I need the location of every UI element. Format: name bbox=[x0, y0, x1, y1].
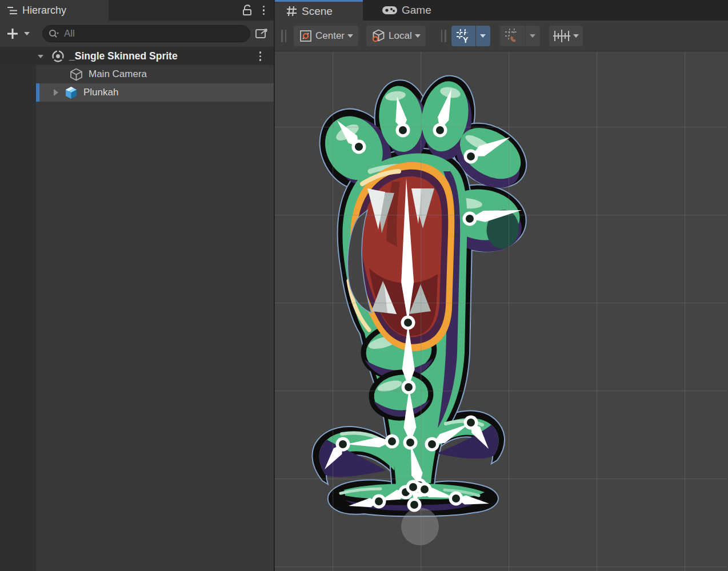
local-cube-icon bbox=[371, 29, 386, 43]
pivot-center-icon bbox=[299, 29, 313, 43]
bone-joint[interactable] bbox=[385, 435, 399, 449]
hierarchy-tabstrip: Hierarchy bbox=[0, 0, 274, 21]
bone-joint[interactable] bbox=[396, 123, 410, 138]
tab-hierarchy[interactable]: Hierarchy bbox=[0, 0, 109, 21]
search-icon bbox=[49, 29, 59, 39]
bone-joint[interactable] bbox=[425, 437, 439, 452]
bone-joint[interactable] bbox=[352, 140, 366, 154]
hierarchy-tab-label: Hierarchy bbox=[22, 5, 66, 17]
pivot-mode-label: Center bbox=[315, 30, 345, 42]
orientation-button[interactable]: Local bbox=[366, 26, 426, 46]
scene-view-panel: Scene Game Center bbox=[275, 0, 728, 571]
create-dropdown-caret[interactable] bbox=[24, 32, 30, 35]
toolbar-drag-handle-2[interactable] bbox=[441, 30, 446, 42]
scene-viewport[interactable] bbox=[275, 51, 728, 571]
bone-joint[interactable] bbox=[449, 492, 463, 506]
grid-snapping-dropdown[interactable] bbox=[525, 26, 540, 46]
scene-render bbox=[275, 51, 727, 571]
snap-increment-button[interactable] bbox=[549, 26, 583, 46]
unity-scene-icon bbox=[51, 50, 65, 63]
gameobject-name-label: Main Camera bbox=[89, 69, 147, 80]
hierarchy-menu-kebab-icon[interactable] bbox=[263, 6, 265, 15]
bone-joint[interactable] bbox=[336, 437, 350, 452]
grid-visibility-toggle[interactable]: Y bbox=[451, 26, 475, 46]
pick-object-icon[interactable] bbox=[254, 27, 269, 41]
scene-name-label: _Single Skinned Sprite bbox=[69, 50, 178, 62]
foldout-collapsed-icon[interactable] bbox=[54, 89, 58, 96]
gameobject-cube-icon bbox=[69, 67, 83, 82]
game-tab-label: Game bbox=[402, 4, 431, 17]
hierarchy-list-icon bbox=[7, 6, 17, 15]
hierarchy-panel: Hierarchy bbox=[0, 0, 275, 571]
prefab-icon bbox=[64, 86, 78, 100]
scene-tabstrip: Scene Game bbox=[275, 0, 728, 21]
tab-scene[interactable]: Scene bbox=[275, 0, 363, 21]
tab-game[interactable]: Game bbox=[371, 0, 442, 21]
hierarchy-toolbar: All bbox=[0, 21, 274, 47]
bone-joint[interactable] bbox=[418, 482, 432, 497]
scene-toolbar: Center Local bbox=[275, 21, 728, 51]
scene-tab-label: Scene bbox=[302, 5, 333, 18]
bone-joint[interactable] bbox=[433, 123, 447, 138]
scene-grid-icon bbox=[286, 6, 297, 17]
pivot-disc-gizmo[interactable] bbox=[401, 508, 439, 545]
grid-snapping-toggle[interactable] bbox=[500, 26, 525, 46]
snap-increment-ruler-icon bbox=[553, 29, 570, 43]
gamepad-icon bbox=[382, 6, 397, 15]
bone-joint[interactable] bbox=[463, 212, 477, 226]
grid-visibility-group: Y bbox=[451, 26, 490, 46]
foldout-expanded-icon[interactable] bbox=[38, 55, 43, 58]
bone-joint[interactable] bbox=[464, 416, 478, 430]
search-input[interactable]: All bbox=[42, 25, 250, 42]
svg-text:Y: Y bbox=[463, 35, 469, 43]
hierarchy-item-scene-header[interactable]: _Single Skinned Sprite bbox=[0, 47, 274, 65]
bone-joint[interactable] bbox=[403, 436, 418, 450]
pivot-dropdown-caret bbox=[347, 34, 353, 38]
bone-joint[interactable] bbox=[372, 494, 386, 509]
hierarchy-rows: _Single Skinned Sprite Main Camera bbox=[0, 47, 274, 571]
orientation-dropdown-caret bbox=[415, 34, 421, 38]
snap-magnet-icon bbox=[505, 28, 521, 44]
grid-visibility-dropdown[interactable] bbox=[475, 26, 490, 46]
bone-joint[interactable] bbox=[401, 316, 415, 330]
bone-joint[interactable] bbox=[402, 380, 416, 395]
bone-joint[interactable] bbox=[464, 150, 478, 164]
selection-blue-bar bbox=[36, 83, 39, 102]
orientation-label: Local bbox=[389, 30, 412, 42]
toolbar-drag-handle[interactable] bbox=[281, 30, 286, 42]
grid-snapping-group bbox=[500, 26, 540, 46]
prefab-name-label: Plunkah bbox=[83, 87, 118, 98]
scene-menu-kebab-icon[interactable] bbox=[259, 51, 262, 61]
plus-icon bbox=[6, 27, 19, 41]
bone-joint[interactable] bbox=[407, 498, 422, 512]
snap-increment-dropdown-caret bbox=[573, 34, 579, 38]
create-button[interactable] bbox=[6, 27, 19, 41]
hierarchy-item-main-camera[interactable]: Main Camera bbox=[0, 65, 274, 83]
unlock-icon[interactable] bbox=[242, 5, 253, 16]
unity-editor-window: Hierarchy bbox=[0, 0, 728, 571]
grid-axis-icon: Y bbox=[456, 29, 471, 43]
search-placeholder: All bbox=[64, 28, 75, 39]
pivot-mode-button[interactable]: Center bbox=[294, 26, 358, 46]
hierarchy-item-plunkah[interactable]: Plunkah bbox=[0, 83, 274, 102]
